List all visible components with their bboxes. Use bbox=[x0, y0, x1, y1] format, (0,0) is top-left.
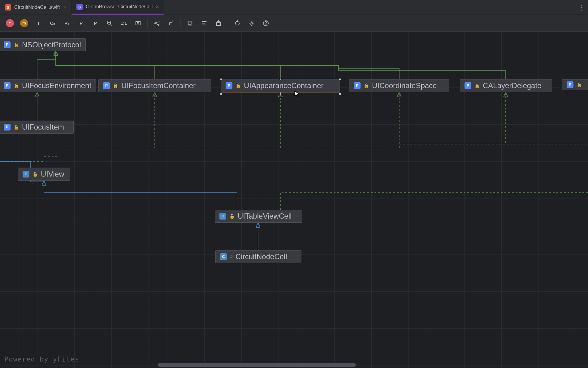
refresh-icon[interactable] bbox=[231, 17, 244, 29]
selection-handle[interactable] bbox=[339, 93, 341, 95]
node-label: NSObjectProtocol bbox=[22, 41, 81, 49]
node-focusic[interactable]: P🔒UIFocusItemContainer bbox=[98, 79, 211, 92]
node-uiview[interactable]: C🔒UIView bbox=[18, 168, 70, 181]
settings-icon[interactable] bbox=[245, 17, 258, 29]
protocol-icon: P bbox=[354, 82, 361, 89]
share-icon[interactable] bbox=[150, 17, 164, 29]
node-label: UIFocusItem bbox=[22, 123, 64, 131]
svg-rect-5 bbox=[189, 22, 192, 25]
c-sub-e-icon[interactable]: Cₑ bbox=[46, 17, 59, 29]
protocol-icon: P bbox=[465, 82, 471, 89]
lock-icon: 🔒 bbox=[113, 83, 118, 88]
swift-file-icon: S bbox=[5, 4, 11, 11]
selection-handle[interactable] bbox=[279, 93, 282, 95]
node-label: UIView bbox=[41, 170, 64, 178]
lock-icon: 🔒 bbox=[14, 83, 19, 88]
tabbar-spacer bbox=[164, 0, 576, 15]
yfiles-watermark: Powered by yFiles bbox=[4, 355, 79, 363]
diagram-nodes-layer: P🔒NSObjectProtocolP🔒UIFocusEnvironmentP🔒… bbox=[0, 32, 588, 368]
close-tab-icon[interactable]: × bbox=[156, 4, 159, 10]
lock-icon: 🔒 bbox=[229, 214, 235, 219]
node-tvcell[interactable]: C🔒UITableViewCell bbox=[215, 210, 302, 223]
one-to-one-icon[interactable]: 1:1 bbox=[117, 17, 131, 29]
selection-handle[interactable] bbox=[220, 93, 222, 95]
node-partialp[interactable]: P🔒 bbox=[562, 79, 588, 90]
protocol-icon: P bbox=[103, 82, 110, 89]
open-dot-icon bbox=[230, 255, 232, 258]
lock-icon: 🔒 bbox=[32, 172, 38, 177]
svg-point-4 bbox=[158, 24, 159, 25]
svg-rect-6 bbox=[188, 21, 191, 24]
node-label: UIFocusItemContainer bbox=[121, 81, 196, 90]
diagram-file-icon: ◇ bbox=[76, 4, 83, 10]
node-appearance[interactable]: P🔒UIAppearanceContainer bbox=[221, 79, 340, 92]
node-label: UIFocusEnvironment bbox=[22, 81, 91, 90]
tab-label: CircuitNodeCell.swift bbox=[14, 5, 60, 10]
horizontal-scrollbar[interactable] bbox=[0, 363, 588, 367]
class-icon: C bbox=[220, 253, 227, 260]
export-icon[interactable] bbox=[212, 17, 225, 29]
close-tab-icon[interactable]: × bbox=[63, 4, 67, 11]
copy-icon[interactable] bbox=[183, 17, 197, 29]
protocol-icon: P bbox=[4, 124, 11, 131]
node-focusenv[interactable]: P🔒UIFocusEnvironment bbox=[0, 79, 96, 92]
help-icon[interactable] bbox=[259, 17, 273, 29]
protocol-icon: P bbox=[4, 41, 11, 48]
lock-icon: 🔒 bbox=[474, 83, 480, 88]
tab-label: OnionBrowser.CircuitNodeCell bbox=[86, 4, 153, 10]
fit-content-icon[interactable] bbox=[131, 17, 145, 29]
lock-icon: 🔒 bbox=[364, 83, 369, 88]
diagram-toolbar: fmICₑPₑPP1:1 bbox=[0, 15, 588, 32]
diagram-canvas[interactable]: P🔒NSObjectProtocolP🔒UIFocusEnvironmentP🔒… bbox=[0, 32, 588, 368]
lock-icon: 🔒 bbox=[236, 83, 241, 88]
node-circuit[interactable]: CCircuitNodeCell bbox=[215, 250, 301, 263]
node-label: UIAppearanceContainer bbox=[244, 81, 324, 90]
node-nsobject[interactable]: P🔒NSObjectProtocol bbox=[0, 38, 86, 51]
p2-icon[interactable]: P bbox=[89, 17, 102, 29]
tab-swift-file[interactable]: S CircuitNodeCell.swift × bbox=[0, 0, 71, 15]
node-label: UITableViewCell bbox=[238, 212, 292, 220]
node-calayer[interactable]: P🔒CALayerDelegate bbox=[460, 79, 552, 92]
svg-rect-1 bbox=[136, 21, 141, 25]
tab-diagram[interactable]: ◇ OnionBrowser.CircuitNodeCell × bbox=[71, 0, 164, 15]
protocol-icon: P bbox=[4, 82, 11, 89]
protocol-icon: P bbox=[567, 81, 573, 88]
class-icon: C bbox=[23, 171, 29, 178]
svg-point-2 bbox=[155, 23, 156, 24]
scrollbar-thumb[interactable] bbox=[158, 363, 356, 367]
toolbar-separator bbox=[180, 19, 181, 28]
apply-layout-icon[interactable] bbox=[164, 17, 178, 29]
inspect-icon[interactable]: I bbox=[32, 17, 45, 29]
p-sub-e-icon[interactable]: Pₑ bbox=[60, 17, 74, 29]
node-label: CALayerDelegate bbox=[483, 81, 541, 90]
svg-point-8 bbox=[251, 22, 253, 24]
lock-icon: 🔒 bbox=[14, 125, 19, 130]
method-icon[interactable]: m bbox=[17, 17, 31, 29]
node-focusitem[interactable]: P🔒UIFocusItem bbox=[0, 121, 74, 134]
svg-point-3 bbox=[158, 21, 159, 22]
node-label: UICoordinateSpace bbox=[372, 81, 437, 90]
lock-icon: 🔒 bbox=[577, 82, 582, 87]
class-icon: C bbox=[219, 213, 226, 220]
node-label: CircuitNodeCell bbox=[236, 252, 287, 261]
node-coord[interactable]: P🔒UICoordinateSpace bbox=[349, 79, 449, 92]
editor-tabbar: S CircuitNodeCell.swift × ◇ OnionBrowser… bbox=[0, 0, 588, 15]
p-badge-icon[interactable]: P bbox=[74, 17, 88, 29]
zoom-icon[interactable] bbox=[103, 17, 116, 29]
toolbar-separator bbox=[228, 19, 228, 28]
protocol-icon: P bbox=[226, 82, 232, 89]
lock-icon: 🔒 bbox=[14, 42, 19, 47]
align-icon[interactable] bbox=[197, 17, 211, 29]
tab-overflow-icon[interactable]: ⋮ bbox=[576, 0, 588, 15]
highlight-usages-icon[interactable]: f bbox=[3, 17, 17, 29]
toolbar-separator bbox=[147, 19, 148, 28]
svg-point-10 bbox=[266, 24, 266, 25]
